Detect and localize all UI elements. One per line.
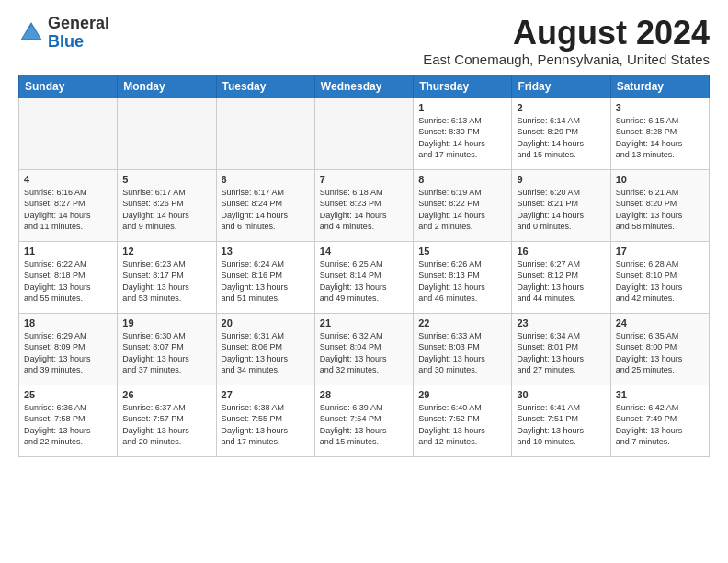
- calendar-cell: 8Sunrise: 6:19 AMSunset: 8:22 PMDaylight…: [414, 169, 512, 241]
- calendar-cell: 22Sunrise: 6:33 AMSunset: 8:03 PMDayligh…: [414, 313, 512, 385]
- calendar-cell: 3Sunrise: 6:15 AMSunset: 8:28 PMDaylight…: [610, 98, 709, 169]
- header-day: Friday: [512, 75, 610, 98]
- header-row: SundayMondayTuesdayWednesdayThursdayFrid…: [19, 75, 710, 98]
- calendar-week: 4Sunrise: 6:16 AMSunset: 8:27 PMDaylight…: [19, 169, 710, 241]
- day-number: 31: [616, 389, 704, 400]
- cell-info: Sunrise: 6:34 AMSunset: 8:01 PMDaylight:…: [517, 330, 605, 376]
- header-day: Sunday: [19, 75, 118, 98]
- cell-info: Sunrise: 6:32 AMSunset: 8:04 PMDaylight:…: [320, 330, 408, 376]
- calendar-cell: 24Sunrise: 6:35 AMSunset: 8:00 PMDayligh…: [610, 313, 709, 385]
- day-number: 14: [320, 246, 408, 257]
- day-number: 15: [418, 246, 506, 257]
- cell-info: Sunrise: 6:31 AMSunset: 8:06 PMDaylight:…: [222, 330, 310, 376]
- day-number: 9: [517, 174, 605, 185]
- calendar-cell: 6Sunrise: 6:17 AMSunset: 8:24 PMDaylight…: [216, 169, 314, 241]
- day-number: 22: [418, 317, 506, 328]
- title-section: August 2024 East Conemaugh, Pennsylvania…: [423, 15, 710, 67]
- logo-blue: Blue: [48, 32, 84, 51]
- day-number: 6: [222, 174, 310, 185]
- calendar-cell: 4Sunrise: 6:16 AMSunset: 8:27 PMDaylight…: [19, 169, 118, 241]
- svg-marker-1: [22, 26, 40, 39]
- day-number: 30: [517, 389, 605, 400]
- day-number: 25: [24, 389, 112, 400]
- logo: General Blue: [18, 15, 109, 52]
- calendar-week: 11Sunrise: 6:22 AMSunset: 8:18 PMDayligh…: [19, 241, 710, 313]
- day-number: 26: [122, 389, 210, 400]
- day-number: 16: [517, 246, 605, 257]
- calendar-cell: 26Sunrise: 6:37 AMSunset: 7:57 PMDayligh…: [118, 385, 216, 456]
- cell-info: Sunrise: 6:29 AMSunset: 8:09 PMDaylight:…: [24, 330, 112, 376]
- cell-info: Sunrise: 6:38 AMSunset: 7:55 PMDaylight:…: [222, 402, 310, 448]
- cell-info: Sunrise: 6:41 AMSunset: 7:51 PMDaylight:…: [517, 402, 605, 448]
- calendar-cell: [216, 98, 314, 169]
- calendar-cell: 30Sunrise: 6:41 AMSunset: 7:51 PMDayligh…: [512, 385, 610, 456]
- day-number: 5: [122, 174, 210, 185]
- cell-info: Sunrise: 6:35 AMSunset: 8:00 PMDaylight:…: [616, 330, 704, 376]
- calendar-cell: 9Sunrise: 6:20 AMSunset: 8:21 PMDaylight…: [512, 169, 610, 241]
- cell-info: Sunrise: 6:30 AMSunset: 8:07 PMDaylight:…: [122, 330, 210, 376]
- calendar-cell: 5Sunrise: 6:17 AMSunset: 8:26 PMDaylight…: [118, 169, 216, 241]
- calendar-cell: 12Sunrise: 6:23 AMSunset: 8:17 PMDayligh…: [118, 241, 216, 313]
- day-number: 8: [418, 174, 506, 185]
- calendar-cell: 16Sunrise: 6:27 AMSunset: 8:12 PMDayligh…: [512, 241, 610, 313]
- cell-info: Sunrise: 6:19 AMSunset: 8:22 PMDaylight:…: [418, 187, 506, 233]
- cell-info: Sunrise: 6:27 AMSunset: 8:12 PMDaylight:…: [517, 259, 605, 304]
- day-number: 21: [320, 317, 408, 328]
- calendar: SundayMondayTuesdayWednesdayThursdayFrid…: [18, 75, 710, 457]
- calendar-cell: [19, 98, 118, 169]
- day-number: 18: [24, 317, 112, 328]
- calendar-week: 1Sunrise: 6:13 AMSunset: 8:30 PMDaylight…: [19, 98, 710, 169]
- month-title: August 2024: [423, 15, 710, 52]
- calendar-cell: 1Sunrise: 6:13 AMSunset: 8:30 PMDaylight…: [414, 98, 512, 169]
- day-number: 19: [122, 317, 210, 328]
- header-day: Thursday: [414, 75, 512, 98]
- calendar-cell: 19Sunrise: 6:30 AMSunset: 8:07 PMDayligh…: [118, 313, 216, 385]
- calendar-cell: 28Sunrise: 6:39 AMSunset: 7:54 PMDayligh…: [314, 385, 413, 456]
- calendar-cell: 31Sunrise: 6:42 AMSunset: 7:49 PMDayligh…: [610, 385, 709, 456]
- cell-info: Sunrise: 6:17 AMSunset: 8:24 PMDaylight:…: [222, 187, 310, 233]
- cell-info: Sunrise: 6:21 AMSunset: 8:20 PMDaylight:…: [616, 187, 704, 233]
- calendar-cell: 2Sunrise: 6:14 AMSunset: 8:29 PMDaylight…: [512, 98, 610, 169]
- calendar-cell: 23Sunrise: 6:34 AMSunset: 8:01 PMDayligh…: [512, 313, 610, 385]
- cell-info: Sunrise: 6:13 AMSunset: 8:30 PMDaylight:…: [418, 115, 506, 161]
- cell-info: Sunrise: 6:42 AMSunset: 7:49 PMDaylight:…: [616, 402, 704, 448]
- header-day: Saturday: [610, 75, 709, 98]
- day-number: 24: [616, 317, 704, 328]
- cell-info: Sunrise: 6:36 AMSunset: 7:58 PMDaylight:…: [24, 402, 112, 448]
- header-day: Monday: [118, 75, 216, 98]
- calendar-cell: 14Sunrise: 6:25 AMSunset: 8:14 PMDayligh…: [314, 241, 413, 313]
- day-number: 3: [616, 102, 704, 113]
- calendar-cell: 10Sunrise: 6:21 AMSunset: 8:20 PMDayligh…: [610, 169, 709, 241]
- day-number: 27: [222, 389, 310, 400]
- day-number: 4: [24, 174, 112, 185]
- cell-info: Sunrise: 6:20 AMSunset: 8:21 PMDaylight:…: [517, 187, 605, 233]
- day-number: 2: [517, 102, 605, 113]
- logo-general: General: [48, 14, 109, 32]
- calendar-header: SundayMondayTuesdayWednesdayThursdayFrid…: [19, 75, 710, 98]
- cell-info: Sunrise: 6:37 AMSunset: 7:57 PMDaylight:…: [122, 402, 210, 448]
- location: East Conemaugh, Pennsylvania, United Sta…: [423, 52, 710, 67]
- cell-info: Sunrise: 6:33 AMSunset: 8:03 PMDaylight:…: [418, 330, 506, 376]
- calendar-cell: 13Sunrise: 6:24 AMSunset: 8:16 PMDayligh…: [216, 241, 314, 313]
- page: General Blue August 2024 East Conemaugh,…: [0, 0, 728, 466]
- day-number: 7: [320, 174, 408, 185]
- day-number: 29: [418, 389, 506, 400]
- cell-info: Sunrise: 6:16 AMSunset: 8:27 PMDaylight:…: [24, 187, 112, 233]
- cell-info: Sunrise: 6:39 AMSunset: 7:54 PMDaylight:…: [320, 402, 408, 448]
- header-day: Tuesday: [216, 75, 314, 98]
- header-day: Wednesday: [314, 75, 413, 98]
- cell-info: Sunrise: 6:40 AMSunset: 7:52 PMDaylight:…: [418, 402, 506, 448]
- calendar-body: 1Sunrise: 6:13 AMSunset: 8:30 PMDaylight…: [19, 98, 710, 456]
- calendar-cell: [314, 98, 413, 169]
- day-number: 17: [616, 246, 704, 257]
- day-number: 10: [616, 174, 704, 185]
- calendar-cell: 25Sunrise: 6:36 AMSunset: 7:58 PMDayligh…: [19, 385, 118, 456]
- cell-info: Sunrise: 6:18 AMSunset: 8:23 PMDaylight:…: [320, 187, 408, 233]
- calendar-week: 25Sunrise: 6:36 AMSunset: 7:58 PMDayligh…: [19, 385, 710, 456]
- cell-info: Sunrise: 6:28 AMSunset: 8:10 PMDaylight:…: [616, 259, 704, 304]
- calendar-cell: 15Sunrise: 6:26 AMSunset: 8:13 PMDayligh…: [414, 241, 512, 313]
- calendar-cell: 29Sunrise: 6:40 AMSunset: 7:52 PMDayligh…: [414, 385, 512, 456]
- day-number: 12: [122, 246, 210, 257]
- day-number: 11: [24, 246, 112, 257]
- calendar-cell: 27Sunrise: 6:38 AMSunset: 7:55 PMDayligh…: [216, 385, 314, 456]
